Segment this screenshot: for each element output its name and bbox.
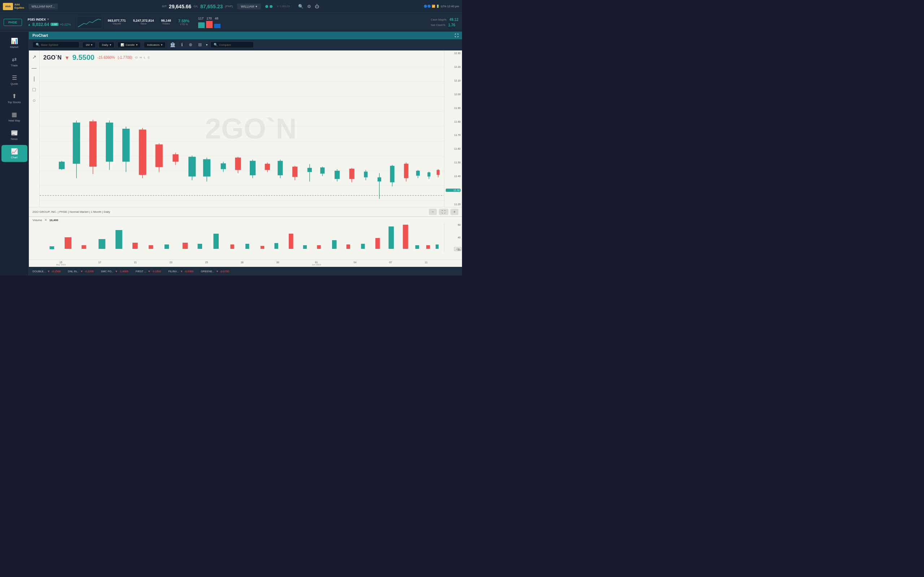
svg-rect-20 [122,129,129,161]
cash-map-label: Cash Map% [431,18,446,21]
x-label-15: 15 May 2019 [56,261,65,266]
trade-icon: ⇄ [12,56,16,63]
user-button[interactable]: WILLIAM ▾ [237,3,261,10]
svg-rect-75 [213,234,219,249]
volume-section: Volume ✕ 16,400 [29,216,462,259]
ticker-arrow-filinv: ▼ [180,270,183,273]
symbol-search-box[interactable]: 🔍 [32,42,79,48]
svg-rect-16 [89,121,96,167]
svg-rect-32 [221,163,226,169]
sidebar-item-chart[interactable]: 📈 Chart [2,145,27,162]
value-label: Value [141,23,147,25]
cash-map-row: Cash Map% 49.12 [431,18,459,22]
price-chart: 2GO`N 2GO`N ▼ 9.5500 -15.6360% (-1.7700)… [40,50,462,207]
ticker-name-double: DOUBLE... [32,270,46,273]
stock-change: -15.6360% [97,56,115,60]
svg-rect-56 [390,166,394,182]
info-icon[interactable]: ℹ [180,42,184,48]
svg-rect-69 [115,230,122,249]
phse-button[interactable]: PHSE [3,19,22,26]
indicators-dropdown[interactable]: Indicators ▾ [144,42,166,48]
status-dots [265,5,273,8]
svg-rect-42 [292,167,297,177]
svg-rect-89 [415,245,419,249]
compare-box[interactable]: 🔍 [210,42,254,48]
vol-y-40: 40 [446,236,460,239]
ticker-change-dnl: -0.2200 [84,270,94,273]
settings-icon[interactable]: ⚙ [307,4,311,9]
svg-rect-79 [274,243,278,249]
volume-header: Volume ✕ 16,400 [29,217,462,223]
net-cash-row: Net Cash% 1.76 [431,23,459,27]
main: 📊 Market ⇄ Trade ☰ Quote ⬆ Top Stocks ▦ … [0,32,462,276]
gl-label: G/L [194,5,198,8]
y-label-1120: 11.20 [446,203,460,206]
prochart-expand-icon[interactable]: ⛶ [455,34,459,37]
symbol-search-input[interactable] [41,43,77,47]
heatmap-label: Heat Map [8,119,20,122]
x-label-30: 30 [276,261,279,266]
x1k-label: x1K [454,247,461,251]
svg-rect-85 [361,244,365,249]
index-price-badge: 1.66 [50,23,58,26]
svg-rect-60 [416,171,420,176]
svg-rect-71 [149,245,153,249]
prochart-header: ProChart ⛶ [29,32,462,39]
volume-close-button[interactable]: ✕ [44,218,47,222]
zoom-in-button[interactable]: + [451,209,459,215]
grid-icon[interactable]: ⊞ [197,42,203,48]
trades-item: 98,148 Trades [161,19,171,26]
chart-content: ↗ — | □ ○ 2GO`N 2GO`N ▼ 9.5500 -15.6360%… [29,50,462,207]
ytd-item: 7.59% YTD % [178,19,189,26]
crosshair-icon[interactable]: ⊕ [187,42,194,48]
cash-section: Cash Map% 49.12 Net Cash% 1.76 [431,18,459,27]
rect-tool[interactable]: □ [32,86,36,93]
value-item: 5,247,372,814 Value [133,19,154,26]
svg-rect-80 [289,234,294,249]
svg-rect-18 [106,122,113,162]
compare-input[interactable] [219,43,252,47]
circle-tool[interactable]: ○ [32,97,36,104]
sidebar-item-heatmap[interactable]: ▦ Heat Map [2,108,27,125]
line-tool[interactable]: — [31,64,37,71]
sidebar-item-market[interactable]: 📊 Market [2,35,27,52]
cursor-tool[interactable]: ↗ [31,53,37,61]
vline-tool[interactable]: | [33,75,36,82]
battery: 🔵🔵 📶 🔋 12% 12:40 pm [424,5,459,8]
chart-type-dropdown[interactable]: 📊 Candle ▾ [117,42,141,48]
svg-rect-62 [427,172,430,176]
vol-section: 863,077,771 Volume 5,247,372,814 Value 9… [108,19,189,26]
frequency-dropdown[interactable]: Daily ▾ [99,42,115,48]
top-bar: AAA AAAEquities WILLIAM MAT... B/P 29,64… [0,0,462,13]
market-label: Market [10,45,18,49]
ticker-change-first: -0.1500 [152,270,161,273]
quote-icon: ☰ [12,74,17,81]
zoom-out-button[interactable]: − [429,209,437,215]
sidebar-item-topstocks[interactable]: ⬆ Top Stocks [2,90,27,107]
svg-rect-28 [188,157,195,177]
sidebar-item-news[interactable]: 📰 News [2,127,27,143]
svg-rect-54 [378,177,381,181]
search-icon[interactable]: 🔍 [298,4,304,9]
svg-rect-84 [347,245,350,249]
svg-rect-30 [203,160,210,177]
svg-rect-88 [403,225,408,249]
x-label-17: 17 [99,261,102,266]
svg-rect-91 [436,245,439,249]
candlestick-svg [40,50,462,207]
version: V. 1.000.03 [277,5,289,8]
svg-rect-14 [73,122,80,164]
sidebar-item-quote[interactable]: ☰ Quote [2,71,27,89]
zoom-fit-button[interactable]: ⛶ [439,209,448,215]
svg-rect-58 [404,164,408,178]
x-label-25: 25 [205,261,208,266]
ticker-change-filinv: -0.0300 [184,270,194,273]
sidebar-item-trade[interactable]: ⇄ Trade [2,53,27,70]
account-name[interactable]: WILLIAM MAT... [29,3,57,10]
period-dropdown[interactable]: 1M ▾ [82,42,96,48]
bar-red [206,21,213,28]
quote-label: Quote [10,82,18,85]
svg-rect-76 [230,245,234,249]
power-icon[interactable]: ⏻ [315,4,319,9]
heatmap-toolbar-icon[interactable]: 🏦 [168,42,177,48]
